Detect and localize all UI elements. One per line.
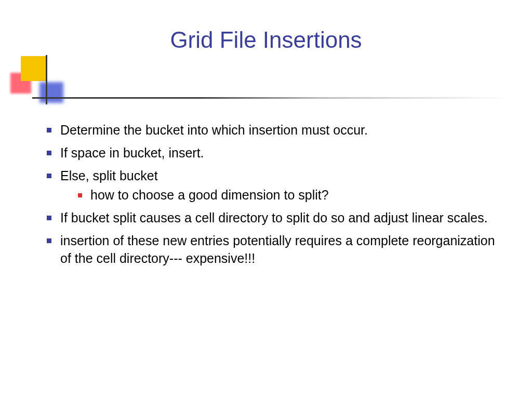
slide-title: Grid File Insertions (0, 0, 532, 53)
blue-square-icon (39, 82, 63, 103)
horizontal-divider (32, 97, 510, 99)
sub-bullet-list: how to choose a good dimension to split? (60, 187, 507, 204)
bullet-list: Determine the bucket into which insertio… (39, 122, 507, 267)
list-item-text: Else, split bucket (60, 168, 158, 183)
yellow-square-icon (21, 56, 46, 81)
slide-content: Determine the bucket into which insertio… (39, 122, 507, 272)
list-item: insertion of these new entries potential… (39, 232, 507, 268)
slide-decoration (10, 56, 73, 108)
list-item: If bucket split causes a cell directory … (39, 209, 507, 227)
list-item: If space in bucket, insert. (39, 144, 507, 162)
list-item: Else, split bucket how to choose a good … (39, 167, 507, 205)
sub-list-item: how to choose a good dimension to split? (60, 187, 507, 204)
list-item: Determine the bucket into which insertio… (39, 122, 507, 139)
